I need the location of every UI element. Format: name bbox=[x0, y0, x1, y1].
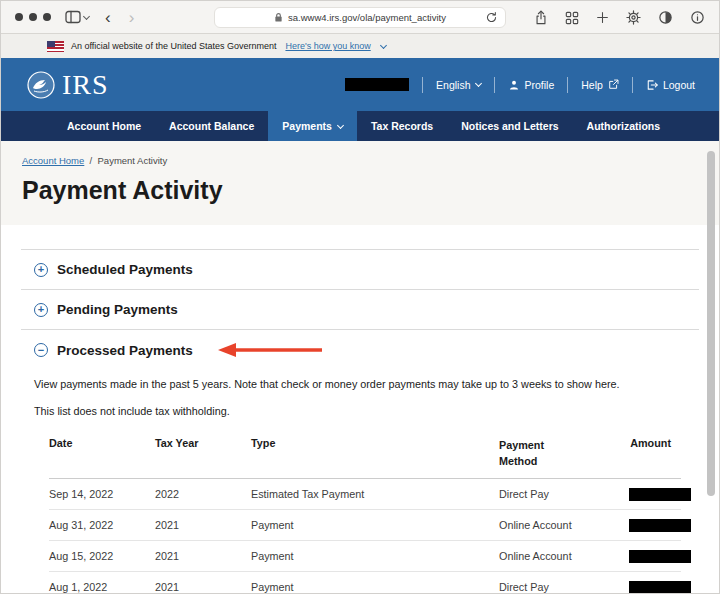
cell-type: Estimated Tax Payment bbox=[251, 488, 499, 500]
share-icon[interactable] bbox=[534, 10, 548, 25]
accordion-label: Pending Payments bbox=[57, 302, 178, 317]
gov-banner-text: An official website of the United States… bbox=[71, 41, 276, 51]
person-icon bbox=[508, 79, 520, 91]
browser-toolbar: ‹ › sa.www4.irs.gov/ola/payment_activity bbox=[1, 1, 719, 34]
extensions-grid-icon[interactable] bbox=[565, 11, 579, 25]
divider bbox=[632, 77, 633, 93]
cell-date: Aug 1, 2022 bbox=[49, 581, 155, 593]
redacted-amount bbox=[629, 519, 691, 532]
gov-banner: An official website of the United States… bbox=[1, 34, 719, 58]
cell-tax-year: 2021 bbox=[155, 550, 251, 562]
irs-logo-text: IRS bbox=[62, 69, 109, 101]
collapse-minus-icon[interactable]: − bbox=[34, 343, 48, 357]
cell-date: Aug 15, 2022 bbox=[49, 550, 155, 562]
redacted-amount bbox=[629, 581, 691, 594]
cell-amount bbox=[629, 519, 691, 532]
us-flag-icon bbox=[47, 41, 64, 52]
table-row: Aug 1, 2022 2021 Payment Direct Pay bbox=[49, 572, 681, 594]
chevron-down-icon bbox=[83, 12, 90, 19]
window-close-dot[interactable] bbox=[15, 13, 23, 21]
cell-amount bbox=[629, 550, 691, 563]
logout-icon bbox=[646, 79, 658, 91]
toolbar-right-icons bbox=[534, 1, 705, 34]
cell-date: Sep 14, 2022 bbox=[49, 488, 155, 500]
cell-type: Payment bbox=[251, 550, 499, 562]
cell-payment-method: Direct Pay bbox=[499, 581, 629, 593]
redacted-amount bbox=[629, 550, 691, 563]
reader-contrast-icon[interactable] bbox=[658, 10, 673, 25]
new-tab-plus-icon[interactable] bbox=[596, 11, 609, 24]
forward-button[interactable]: › bbox=[129, 9, 135, 26]
divider bbox=[422, 77, 423, 93]
redacted-username bbox=[345, 78, 409, 91]
accordion-label: Scheduled Payments bbox=[57, 262, 193, 277]
profile-link[interactable]: Profile bbox=[508, 79, 555, 91]
table-row: Aug 31, 2022 2021 Payment Online Account bbox=[49, 510, 681, 541]
chevron-down-icon[interactable] bbox=[380, 41, 387, 48]
red-annotation-arrow bbox=[218, 342, 326, 358]
page-title: Payment Activity bbox=[22, 176, 698, 205]
breadcrumb-separator: / bbox=[90, 155, 93, 166]
col-header-payment-method: Payment Method bbox=[499, 437, 629, 469]
cell-tax-year: 2021 bbox=[155, 519, 251, 531]
divider bbox=[567, 77, 568, 93]
accordion-pending-payments[interactable]: + Pending Payments bbox=[21, 289, 699, 329]
table-header-row: Date Tax Year Type Payment Method Amount bbox=[49, 437, 681, 479]
browser-window: ‹ › sa.www4.irs.gov/ola/payment_activity bbox=[0, 0, 720, 594]
cell-tax-year: 2021 bbox=[155, 581, 251, 593]
content: + Scheduled Payments + Pending Payments … bbox=[1, 225, 719, 594]
main-nav: Account Home Account Balance Payments Ta… bbox=[1, 111, 719, 141]
col-header-amount: Amount bbox=[629, 437, 681, 449]
window-zoom-dot[interactable] bbox=[43, 13, 51, 21]
breadcrumb-account-home-link[interactable]: Account Home bbox=[22, 155, 84, 166]
logout-link[interactable]: Logout bbox=[646, 79, 695, 91]
nav-account-balance[interactable]: Account Balance bbox=[155, 111, 268, 141]
accordion-processed-payments[interactable]: − Processed Payments bbox=[21, 329, 699, 370]
window-controls[interactable] bbox=[15, 13, 51, 21]
breadcrumb-current: Payment Activity bbox=[98, 155, 168, 166]
breadcrumb: Account Home / Payment Activity bbox=[22, 155, 698, 166]
col-header-type: Type bbox=[251, 437, 499, 449]
accordion-scheduled-payments[interactable]: + Scheduled Payments bbox=[21, 249, 699, 289]
cell-payment-method: Online Account bbox=[499, 519, 629, 531]
cell-tax-year: 2022 bbox=[155, 488, 251, 500]
help-link[interactable]: Help bbox=[581, 79, 619, 91]
language-dropdown[interactable]: English bbox=[436, 79, 480, 91]
processed-note: This list does not include tax withholdi… bbox=[34, 405, 699, 417]
settings-gear-icon[interactable] bbox=[626, 10, 641, 25]
cell-amount bbox=[629, 488, 691, 501]
expand-plus-icon[interactable]: + bbox=[34, 263, 48, 277]
chevron-down-icon bbox=[337, 121, 344, 128]
cell-payment-method: Online Account bbox=[499, 550, 629, 562]
sidebar-icon bbox=[65, 10, 81, 24]
sidebar-toggle-button[interactable] bbox=[65, 10, 89, 24]
nav-account-home[interactable]: Account Home bbox=[53, 111, 155, 141]
table-row: Sep 14, 2022 2022 Estimated Tax Payment … bbox=[49, 479, 681, 510]
nav-payments[interactable]: Payments bbox=[268, 111, 357, 141]
url-text: sa.www4.irs.gov/ola/payment_activity bbox=[288, 12, 446, 23]
scrollbar-thumb[interactable] bbox=[707, 151, 715, 496]
expand-plus-icon[interactable]: + bbox=[34, 303, 48, 317]
chevron-down-icon bbox=[474, 80, 481, 87]
lock-icon bbox=[274, 12, 283, 23]
nav-authorizations[interactable]: Authorizations bbox=[573, 111, 675, 141]
window-minimize-dot[interactable] bbox=[29, 13, 37, 21]
accordion-label: Processed Payments bbox=[57, 343, 193, 358]
cell-date: Aug 31, 2022 bbox=[49, 519, 155, 531]
cell-amount bbox=[629, 581, 691, 594]
divider bbox=[494, 77, 495, 93]
url-bar[interactable]: sa.www4.irs.gov/ola/payment_activity bbox=[214, 7, 506, 28]
how-you-know-link[interactable]: Here's how you know bbox=[285, 41, 370, 51]
nav-tax-records[interactable]: Tax Records bbox=[357, 111, 447, 141]
irs-header: IRS English Profile Help Logout bbox=[1, 58, 719, 111]
irs-eagle-icon bbox=[25, 69, 57, 101]
col-header-tax-year: Tax Year bbox=[155, 437, 251, 449]
back-button[interactable]: ‹ bbox=[105, 9, 111, 26]
reload-icon[interactable] bbox=[485, 11, 498, 24]
irs-logo[interactable]: IRS bbox=[25, 69, 109, 101]
page-head: Account Home / Payment Activity Payment … bbox=[1, 141, 719, 225]
info-icon[interactable] bbox=[690, 10, 705, 25]
nav-notices-letters[interactable]: Notices and Letters bbox=[447, 111, 572, 141]
external-link-icon bbox=[608, 79, 619, 90]
redacted-amount bbox=[629, 488, 691, 501]
